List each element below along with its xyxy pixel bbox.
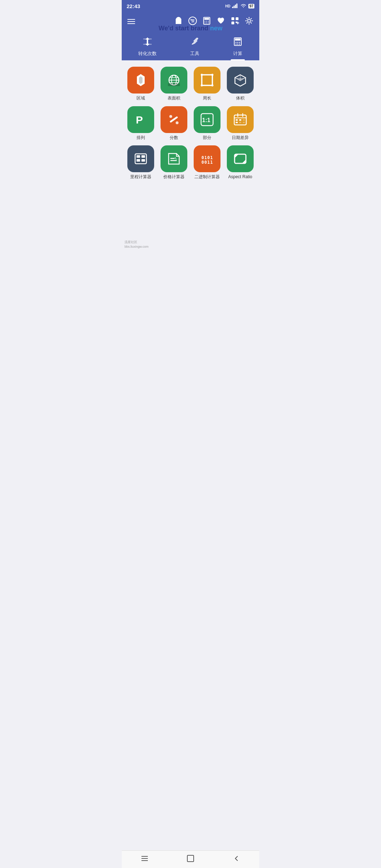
app-price-icon [161, 145, 187, 172]
app-binary-label: 二进制计算器 [194, 174, 220, 180]
svg-rect-22 [143, 38, 152, 40]
battery-icon: 97 [248, 4, 254, 8]
app-fraction-icon [161, 106, 187, 133]
svg-rect-0 [232, 7, 233, 8]
svg-rect-17 [236, 17, 238, 20]
app-binary[interactable]: 0101 0011 二进制计算器 [193, 145, 221, 180]
svg-point-14 [206, 22, 207, 23]
svg-point-29 [236, 44, 237, 45]
svg-point-12 [208, 20, 209, 21]
mosque-icon[interactable] [174, 16, 183, 27]
svg-rect-9 [204, 18, 209, 20]
svg-line-66 [175, 157, 176, 159]
svg-point-4 [177, 18, 180, 19]
settings-icon[interactable] [244, 16, 254, 27]
app-surface[interactable]: 表面积 [160, 67, 188, 101]
tab-conversions[interactable]: 转化次数 [131, 35, 164, 60]
svg-point-11 [206, 20, 207, 21]
heart-icon[interactable] [216, 16, 225, 27]
top-nav-icons: $ £ [174, 16, 254, 27]
app-ratio-icon: 1:1 [194, 106, 220, 133]
svg-rect-25 [235, 38, 241, 41]
svg-rect-37 [168, 83, 180, 86]
tab-tools-label: 工具 [190, 50, 199, 57]
app-area-icon [127, 67, 154, 94]
svg-rect-57 [239, 122, 241, 123]
app-aspect-ratio[interactable]: Aspect Ratio [226, 145, 254, 180]
svg-point-28 [239, 42, 240, 43]
tab-calculator[interactable]: 计算 [226, 35, 250, 60]
watermark: 流星社区 bbs.liuxingw.com [125, 240, 149, 249]
app-grid-container: 区域 表面积 [122, 60, 259, 186]
signal-icon [232, 3, 238, 9]
svg-rect-60 [137, 155, 140, 158]
svg-rect-54 [239, 119, 241, 121]
svg-rect-3 [236, 4, 237, 8]
app-area[interactable]: 区域 [127, 67, 155, 101]
svg-rect-2 [235, 5, 236, 8]
app-price[interactable]: 价格计算器 [160, 145, 188, 180]
tab-bar: 转化次数 工具 计算 [122, 32, 259, 60]
app-perimeter-icon [194, 67, 220, 94]
tab-conversions-label: 转化次数 [138, 50, 157, 57]
app-volume-label: 体积 [236, 96, 244, 101]
app-area-label: 区域 [137, 96, 145, 101]
svg-rect-55 [243, 119, 245, 121]
svg-point-40 [211, 74, 213, 76]
svg-point-26 [236, 42, 237, 43]
svg-point-46 [176, 121, 179, 124]
svg-text:1:1: 1:1 [202, 117, 210, 123]
app-permutation-label: 排列 [137, 135, 145, 141]
app-grid: 区域 表面积 [127, 67, 254, 180]
app-date-diff-label: 日期差异 [232, 135, 249, 141]
svg-rect-53 [236, 119, 238, 121]
svg-point-31 [239, 44, 240, 45]
app-surface-icon [161, 67, 187, 94]
app-aspect-ratio-icon [227, 145, 254, 172]
currency-icon[interactable]: $ £ [188, 16, 197, 27]
svg-point-45 [169, 115, 172, 118]
svg-point-15 [208, 22, 209, 23]
svg-point-13 [205, 22, 205, 23]
tab-calculator-label: 计算 [233, 50, 242, 57]
svg-point-10 [205, 20, 205, 21]
status-bar: 22:43 HD 97 [122, 0, 259, 11]
menu-button[interactable] [127, 19, 135, 24]
svg-point-39 [201, 74, 203, 76]
app-binary-icon: 0101 0011 [194, 145, 220, 172]
app-permutation[interactable]: P 排列 [127, 106, 155, 141]
svg-rect-16 [231, 17, 234, 20]
app-date-diff-icon [227, 106, 254, 133]
svg-text:0101: 0101 [201, 155, 213, 160]
hd-icon: HD [225, 4, 230, 8]
svg-rect-38 [202, 75, 212, 85]
app-price-label: 价格计算器 [163, 174, 185, 180]
grid-add-icon[interactable] [230, 16, 240, 27]
svg-rect-58 [243, 122, 245, 123]
app-ratio-label: 部分 [203, 135, 211, 141]
app-ratio[interactable]: 1:1 部分 [193, 106, 221, 141]
app-perimeter-label: 周长 [203, 96, 211, 101]
calc-icon[interactable] [202, 16, 211, 27]
app-fraction[interactable]: 分数 [160, 106, 188, 141]
svg-point-27 [237, 42, 238, 43]
app-mileage-label: 里程计算器 [130, 174, 151, 180]
status-time: 22:43 [127, 3, 140, 9]
svg-point-41 [201, 84, 203, 86]
app-volume[interactable]: 体积 [226, 67, 254, 101]
app-perimeter[interactable]: 周长 [193, 67, 221, 101]
app-volume-icon [227, 67, 254, 94]
app-mileage[interactable]: 里程计算器 [127, 145, 155, 180]
app-permutation-icon: P [127, 106, 154, 133]
svg-text:P: P [136, 114, 143, 126]
wifi-icon [240, 3, 247, 9]
svg-point-42 [211, 84, 213, 86]
tab-tools[interactable]: 工具 [183, 35, 207, 60]
svg-rect-21 [143, 44, 152, 45]
app-aspect-ratio-label: Aspect Ratio [228, 174, 252, 180]
svg-rect-62 [137, 159, 140, 162]
svg-rect-63 [141, 159, 145, 162]
svg-rect-1 [234, 6, 235, 8]
app-date-diff[interactable]: 日期差异 [226, 106, 254, 141]
top-nav-bar: $ £ [122, 11, 259, 32]
